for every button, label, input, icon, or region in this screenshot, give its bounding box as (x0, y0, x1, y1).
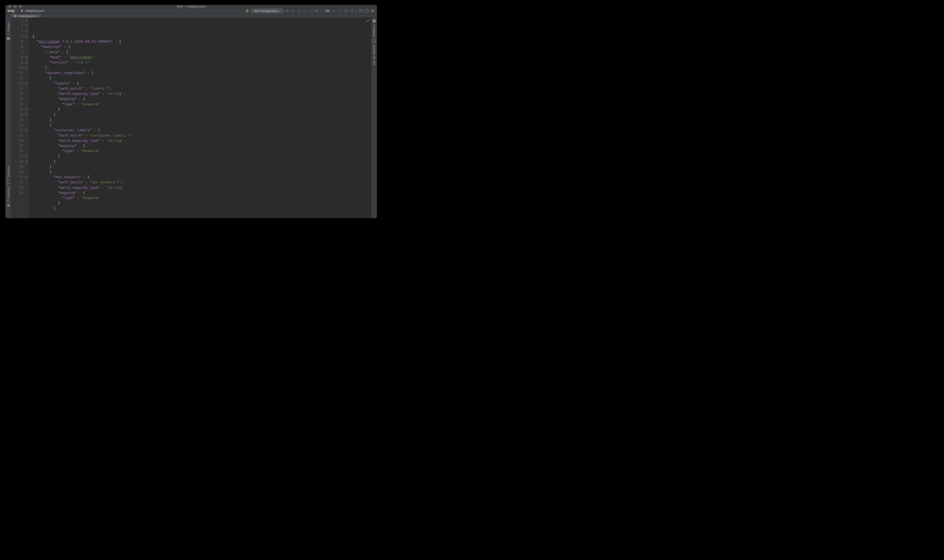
close-tab-icon[interactable]: × (37, 14, 38, 18)
fold-toggle-icon[interactable]: − (25, 56, 28, 58)
traffic-lights (5, 5, 22, 8)
svg-point-0 (292, 10, 294, 12)
breadcrumb-sep: 〉 (16, 9, 19, 13)
fold-toggle-icon[interactable]: − (25, 66, 28, 69)
code-editor[interactable]: 1234567891011121314151617181920212223242… (11, 18, 371, 218)
debug-icon[interactable] (291, 9, 295, 13)
coverage-icon[interactable] (297, 9, 301, 13)
fold-toggle-icon[interactable]: − (25, 113, 28, 115)
fold-toggle-icon[interactable]: − (25, 176, 28, 178)
breadcrumb: blog 〉 mapping.json (8, 9, 44, 13)
navbar-right: Add Configuration... ⇵ Git: ↙ ✓ ↶ (245, 8, 375, 13)
svg-rect-1 (300, 11, 301, 12)
project-structure-icon[interactable] (358, 9, 363, 13)
inspection-indicator-icon[interactable] (366, 18, 370, 22)
fold-toggle-icon[interactable]: − (25, 20, 28, 22)
run-icon[interactable] (285, 9, 289, 13)
tab-label: mapping.json (18, 14, 35, 18)
fold-column[interactable]: −−−−−−−−−−−−−− (25, 18, 29, 218)
left-tool-strip: 1: Project 7: Structure 2: Favorites (5, 18, 11, 218)
stop-icon[interactable] (315, 9, 319, 13)
favorites-icon (6, 203, 10, 207)
gutter: 1234567891011121314151617181920212223242… (11, 18, 29, 218)
vcs-commit-icon[interactable]: ✓ (338, 9, 342, 13)
fold-toggle-icon[interactable]: − (25, 61, 28, 63)
close-button[interactable] (8, 5, 11, 8)
json-file-icon (20, 9, 23, 12)
vcs-update-icon[interactable]: ↙ (332, 9, 336, 13)
toolbar-separator-2 (356, 9, 357, 13)
minimize-button[interactable] (14, 5, 17, 8)
vcs-history-icon[interactable] (344, 9, 348, 13)
ide-window: blog – mapping.json blog 〉 mapping.json … (5, 5, 377, 218)
build-icon[interactable] (245, 9, 249, 13)
attach-icon[interactable]: ⇵ (309, 9, 313, 13)
vcs-revert-icon[interactable]: ↶ (350, 9, 354, 13)
profile-icon[interactable] (303, 9, 307, 13)
fold-toggle-icon[interactable]: − (25, 30, 28, 32)
fold-toggle-icon[interactable]: − (25, 35, 28, 37)
fold-toggle-icon[interactable]: − (25, 160, 28, 163)
fold-toggle-icon[interactable]: − (25, 155, 28, 157)
project-icon (6, 37, 10, 40)
navigation-bar: blog 〉 mapping.json Add Configuration...… (5, 8, 377, 14)
git-label: Git: (325, 9, 330, 13)
editor-tab-mapping[interactable]: mapping.json × (11, 14, 41, 18)
right-tool-strip: Database SciView Ant (371, 18, 377, 218)
ide-settings-icon[interactable] (364, 9, 369, 13)
svg-rect-3 (316, 10, 318, 12)
tool-window-ant[interactable]: Ant (373, 49, 376, 76)
search-icon[interactable] (371, 9, 375, 13)
svg-point-6 (372, 10, 374, 12)
breadcrumb-file[interactable]: mapping.json (25, 9, 44, 13)
code-area[interactable]: { "metricbeat-7.6.1-2020.04.02-000001" :… (29, 18, 371, 218)
toolbar-separator (321, 9, 321, 13)
editor-tabs: mapping.json × (5, 14, 377, 18)
zoom-button[interactable] (19, 5, 22, 8)
titlebar: blog – mapping.json (5, 5, 377, 8)
fold-toggle-icon[interactable]: − (25, 25, 28, 27)
fold-toggle-icon[interactable]: − (25, 108, 28, 111)
svg-rect-5 (365, 9, 368, 12)
run-configuration-select[interactable]: Add Configuration... (251, 8, 283, 13)
main-area: 1: Project 7: Structure 2: Favorites 123… (5, 18, 377, 218)
json-file-icon (14, 14, 17, 18)
window-title: blog – mapping.json (177, 5, 206, 8)
fold-toggle-icon[interactable]: − (25, 82, 28, 85)
fold-toggle-icon[interactable]: − (25, 129, 28, 131)
breadcrumb-project[interactable]: blog (8, 9, 14, 13)
